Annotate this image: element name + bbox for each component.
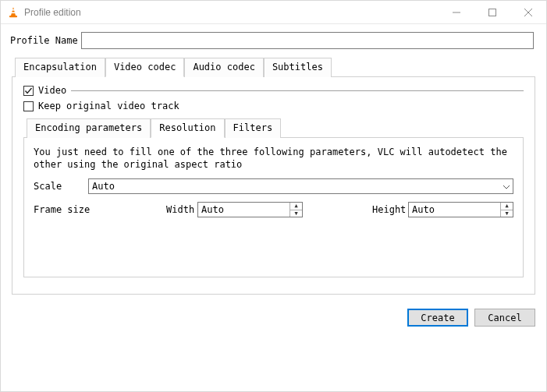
maximize-button[interactable] [474, 1, 510, 23]
resolution-hint: You just need to fill one of the three f… [34, 146, 513, 171]
height-label: Height [372, 204, 408, 215]
scale-combobox[interactable]: Auto [88, 178, 513, 194]
video-codec-panel: Video Keep original video track Encoding… [12, 76, 535, 295]
frame-size-row: Frame size Width Auto ▲ ▼ Height Auto [34, 202, 513, 217]
svg-rect-5 [489, 9, 496, 16]
frame-size-label: Frame size [34, 204, 166, 215]
chevron-down-icon [503, 181, 510, 192]
profile-name-row: Profile Name [1, 24, 546, 57]
dialog-footer: Create Cancel [1, 295, 546, 327]
video-checkbox[interactable] [23, 86, 34, 96]
scale-row: Scale Auto [34, 178, 513, 194]
height-step-up[interactable]: ▲ [501, 203, 513, 210]
window-title: Profile edition [24, 7, 439, 18]
keep-original-label: Keep original video track [38, 101, 179, 111]
video-separator [71, 90, 524, 91]
keep-original-checkbox[interactable] [23, 101, 34, 111]
vlc-cone-icon [7, 6, 20, 19]
svg-marker-0 [11, 7, 16, 16]
window-controls [439, 1, 546, 23]
inner-tab-row: Encoding parameters Resolution Filters [23, 118, 524, 138]
height-step-down[interactable]: ▼ [501, 210, 513, 217]
scale-value: Auto [92, 181, 115, 192]
tab-encapsulation[interactable]: Encapsulation [15, 58, 105, 77]
keep-original-row: Keep original video track [23, 101, 524, 111]
scale-label: Scale [34, 181, 88, 192]
tab-subtitles[interactable]: Subtitles [264, 58, 332, 77]
tab-encoding-parameters[interactable]: Encoding parameters [27, 118, 151, 138]
video-toggle-row: Video [23, 85, 524, 96]
tab-video-codec[interactable]: Video codec [105, 58, 184, 77]
resolution-panel: You just need to fill one of the three f… [23, 137, 524, 277]
video-checkbox-label: Video [38, 85, 66, 96]
svg-rect-3 [9, 16, 17, 17]
height-value: Auto [412, 204, 435, 215]
outer-tab-row: Encapsulation Video codec Audio codec Su… [12, 58, 535, 77]
tab-filters[interactable]: Filters [225, 118, 282, 138]
width-label: Width [166, 204, 197, 215]
width-spinbox[interactable]: Auto ▲ ▼ [197, 202, 303, 217]
title-bar: Profile edition [1, 1, 546, 24]
tab-audio-codec[interactable]: Audio codec [184, 58, 263, 77]
svg-rect-1 [12, 9, 15, 11]
width-step-down[interactable]: ▼ [290, 210, 302, 217]
cancel-button[interactable]: Cancel [474, 309, 535, 327]
profile-name-input[interactable] [81, 32, 534, 49]
height-spinbox[interactable]: Auto ▲ ▼ [408, 202, 513, 217]
minimize-button[interactable] [439, 1, 474, 23]
close-button[interactable] [510, 1, 546, 23]
tab-resolution[interactable]: Resolution [151, 118, 224, 138]
svg-rect-2 [11, 12, 16, 13]
profile-name-label: Profile Name [10, 35, 78, 46]
width-value: Auto [201, 204, 224, 215]
width-step-up[interactable]: ▲ [290, 203, 302, 210]
create-button[interactable]: Create [407, 309, 468, 327]
